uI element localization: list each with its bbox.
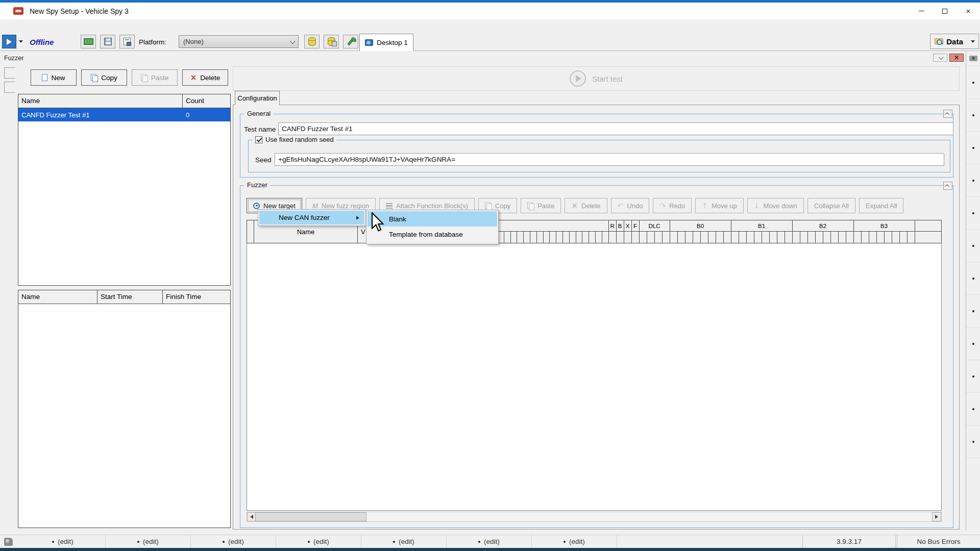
- column-header-start-time[interactable]: Start Time: [97, 290, 163, 304]
- side-tab[interactable]: [4, 82, 15, 93]
- seed-input[interactable]: [275, 153, 944, 166]
- hardware-button[interactable]: [81, 35, 96, 48]
- menu-item[interactable]: [72, 24, 83, 28]
- bit-cell[interactable]: [839, 232, 846, 243]
- bit-cell[interactable]: [582, 232, 589, 243]
- test-name-input[interactable]: [278, 122, 953, 135]
- bit-cell[interactable]: [550, 232, 556, 243]
- edit-segment[interactable]: (edit): [447, 535, 532, 548]
- bit-cell[interactable]: [530, 232, 537, 243]
- bit-cell[interactable]: [793, 232, 800, 243]
- edit-segment[interactable]: (edit): [361, 535, 447, 548]
- bit-cell[interactable]: [570, 232, 576, 243]
- bit-cell[interactable]: [701, 232, 708, 243]
- panel-collapse-button[interactable]: [933, 54, 947, 62]
- bit-cell[interactable]: [747, 232, 754, 243]
- edit-segment[interactable]: (edit): [191, 535, 276, 548]
- bit-cell[interactable]: [770, 232, 777, 243]
- action-button[interactable]: × Delete: [182, 69, 228, 86]
- column-header-name[interactable]: Name: [18, 290, 97, 304]
- bit-cell[interactable]: [892, 232, 900, 243]
- action-button[interactable]: Copy: [81, 69, 127, 86]
- bit-cell[interactable]: [624, 232, 632, 243]
- fuzzer-toolbar-button[interactable]: ↑ Move up: [695, 198, 744, 213]
- minimize-button[interactable]: [910, 3, 933, 19]
- dock-capture-button[interactable]: [966, 51, 980, 66]
- bit-cell[interactable]: [655, 232, 663, 243]
- bit-cell[interactable]: [831, 232, 839, 243]
- edit-segment[interactable]: (edit): [276, 535, 361, 548]
- bit-cell[interactable]: [663, 232, 670, 243]
- bit-cell[interactable]: [678, 232, 685, 243]
- bit-cell[interactable]: [754, 232, 762, 243]
- bit-cell[interactable]: [854, 232, 862, 243]
- menu-item[interactable]: [52, 24, 62, 28]
- dock-bullet[interactable]: [966, 132, 980, 164]
- action-button[interactable]: New: [31, 69, 77, 86]
- column-header-finish-time[interactable]: Finish Time: [163, 290, 230, 304]
- scrollbar-thumb[interactable]: [255, 512, 366, 521]
- column-header-count[interactable]: Count: [183, 94, 230, 108]
- bit-cell[interactable]: [816, 232, 823, 243]
- file-save-button[interactable]: [119, 35, 135, 48]
- bit-cell[interactable]: [602, 232, 609, 243]
- bit-cell[interactable]: [724, 232, 731, 243]
- bit-cell[interactable]: [576, 232, 583, 243]
- data-dropdown[interactable]: [967, 34, 979, 49]
- bit-cell[interactable]: [739, 232, 747, 243]
- dock-bullet[interactable]: [966, 66, 980, 99]
- side-tab[interactable]: [4, 67, 15, 79]
- bit-cell[interactable]: [777, 232, 785, 243]
- fuzzer-toolbar-button[interactable]: ↓ Move down: [747, 198, 804, 213]
- menu-item[interactable]: [93, 24, 103, 28]
- menu-item[interactable]: [62, 24, 72, 28]
- menu-item[interactable]: [32, 24, 42, 28]
- data-button[interactable]: Data: [930, 34, 968, 49]
- edit-segment[interactable]: (edit): [532, 535, 617, 548]
- bit-cell[interactable]: [762, 232, 770, 243]
- bit-cell[interactable]: [544, 232, 550, 243]
- bit-cell[interactable]: [716, 232, 724, 243]
- edit-segment[interactable]: (edit): [106, 535, 191, 548]
- action-button[interactable]: Paste: [132, 69, 178, 86]
- maximize-button[interactable]: [933, 3, 957, 19]
- bit-cell[interactable]: [589, 232, 596, 243]
- column-header-name[interactable]: Name: [18, 94, 183, 108]
- horizontal-scrollbar[interactable]: [247, 512, 942, 522]
- dock-bullet[interactable]: [966, 425, 980, 458]
- bit-cell[interactable]: [862, 232, 869, 243]
- edit-segment[interactable]: (edit): [20, 535, 106, 548]
- submenu-item[interactable]: Template from database: [368, 227, 497, 242]
- bit-cell[interactable]: [563, 232, 570, 243]
- database-button[interactable]: [304, 35, 320, 48]
- dock-bullet[interactable]: [966, 360, 980, 393]
- close-button[interactable]: ×: [957, 3, 980, 19]
- dock-bullet[interactable]: [966, 393, 980, 425]
- bit-cell[interactable]: [800, 232, 808, 243]
- save-button[interactable]: [100, 35, 115, 48]
- table-row[interactable]: CANFD Fuzzer Test #1 0: [18, 108, 230, 121]
- fuzzer-grid-body[interactable]: [247, 243, 942, 511]
- bit-cell[interactable]: [632, 232, 640, 243]
- dock-bullet[interactable]: [966, 262, 980, 295]
- bit-cell[interactable]: [556, 232, 563, 243]
- bit-cell[interactable]: [504, 232, 511, 243]
- dock-bullet[interactable]: [966, 328, 980, 360]
- bit-cell[interactable]: [693, 232, 701, 243]
- database-device-button[interactable]: [324, 35, 339, 48]
- tab-configuration[interactable]: Configuration: [235, 91, 280, 105]
- menu-item[interactable]: [21, 24, 32, 28]
- fuzzer-collapse-button[interactable]: [943, 182, 952, 190]
- tools-wrench-button[interactable]: [343, 35, 358, 48]
- menu-item[interactable]: [1, 24, 11, 28]
- scroll-right-button[interactable]: [932, 512, 941, 521]
- run-dropdown[interactable]: [17, 35, 25, 48]
- bit-cell[interactable]: [869, 232, 877, 243]
- dock-bullet[interactable]: [966, 197, 980, 230]
- bit-cell[interactable]: [808, 232, 816, 243]
- bit-cell[interactable]: [928, 232, 941, 243]
- bit-cell[interactable]: [640, 232, 647, 243]
- bit-cell[interactable]: [846, 232, 854, 243]
- bit-cell[interactable]: [685, 232, 693, 243]
- fuzzer-toolbar-button[interactable]: × Delete: [565, 198, 607, 213]
